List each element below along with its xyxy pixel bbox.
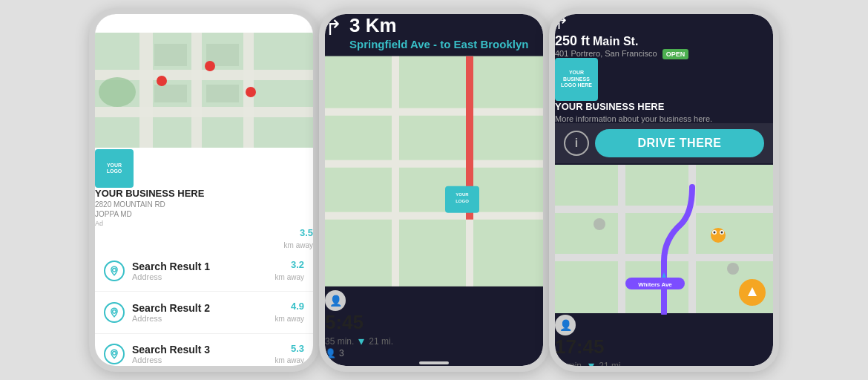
ad-distance: 3.5 km away	[95, 227, 313, 250]
svg-rect-30	[325, 219, 392, 286]
user-avatar: 👤	[325, 290, 346, 311]
ad-title: YOUR BUSINESS HERE	[95, 188, 313, 199]
nav-bottom-bar: 👤 5:45 35 min. ▾ 21 mi. 👤 3	[325, 290, 543, 358]
result-dist-3: 5.3 km away	[275, 343, 304, 366]
nav-time: 5:45	[325, 311, 543, 334]
location-icon-1	[104, 261, 125, 281]
drive-trip-info: 35 min. ▾ 21 mi.	[555, 358, 773, 366]
business-info: YOUR BUSINESS HERE More information abou…	[555, 101, 773, 123]
back-button[interactable]: ‹	[95, 14, 100, 30]
svg-point-60	[711, 228, 726, 243]
svg-rect-6	[154, 44, 187, 66]
svg-rect-9	[206, 85, 239, 102]
drive-there-button[interactable]: DRIVE THERE	[595, 129, 764, 157]
svg-rect-32	[473, 219, 543, 286]
svg-rect-8	[154, 85, 187, 102]
ad-address-line1: 2820 MOUNTAIN RD	[95, 200, 313, 209]
svg-rect-47	[555, 213, 618, 254]
svg-text:Whiters Ave: Whiters Ave	[638, 281, 672, 288]
search-results-header: ‹ Search results ✕	[95, 14, 313, 31]
result-dist-1: 3.2 km away	[275, 259, 304, 282]
result-item-2[interactable]: Search Result 2 Address 4.9 km away	[95, 292, 313, 333]
svg-rect-23	[473, 56, 543, 108]
result-addr-2: Address	[132, 314, 268, 323]
nav-distance: 3 Km	[349, 14, 528, 37]
top-distance: 250 ft	[555, 33, 590, 49]
result-name-1: Search Result 1	[132, 261, 268, 272]
svg-rect-34	[325, 160, 543, 167]
turn-arrow-icon: ↱	[325, 16, 342, 40]
business-title: YOUR BUSINESS HERE	[555, 101, 773, 112]
nav-street: Springfield Ave - to East Brooklyn	[349, 37, 528, 52]
location-button[interactable]	[739, 279, 766, 306]
svg-rect-55	[618, 165, 625, 313]
ad-card[interactable]: YOUR LOGO YOUR BUSINESS HERE 2820 MOUNTA…	[95, 149, 313, 250]
svg-text:YOUR: YOUR	[456, 191, 469, 196]
nav-header: ↱ 3 Km Springfield Ave - to East Brookly…	[325, 14, 543, 52]
svg-rect-36	[392, 56, 399, 286]
location-icon-3	[104, 344, 125, 364]
svg-rect-48	[625, 213, 688, 254]
drive-map: Whiters Ave	[555, 163, 773, 315]
svg-rect-45	[625, 165, 688, 206]
svg-point-17	[113, 268, 116, 272]
svg-point-10	[99, 77, 136, 107]
business-card: YOUR BUSINESS LOGO HERE YOUR BUSINESS HE…	[555, 58, 773, 123]
svg-rect-4	[95, 70, 313, 80]
top-navigation-bar: ↱ 250 ft Main St. 401 Portrero, San Fran…	[555, 14, 773, 58]
ad-address-line2: JOPPA MD	[95, 210, 313, 218]
top-address: 401 Portrero, San Francisco OPEN	[555, 49, 773, 58]
svg-rect-33	[325, 108, 543, 115]
drive-btn-row: i DRIVE THERE	[555, 123, 773, 163]
svg-rect-1	[139, 33, 153, 148]
svg-point-18	[113, 309, 116, 313]
svg-point-63	[714, 232, 716, 234]
drive-bottom-bar: 👤 17:45 35 min. ▾ 21 mi. 👤 3	[555, 315, 773, 366]
result-addr-1: Address	[132, 272, 268, 281]
ad-badge: Ad	[95, 220, 313, 227]
map-preview	[95, 31, 313, 149]
svg-rect-27	[325, 167, 392, 212]
header-title: Search results	[103, 16, 195, 30]
turn-arrow-icon: ↱	[555, 14, 568, 33]
svg-point-19	[113, 352, 116, 356]
ad-logo: YOUR LOGO	[95, 149, 134, 188]
ad-info: YOUR BUSINESS HERE 2820 MOUNTAIN RD JOPP…	[95, 188, 313, 227]
result-dist-2: 4.9 km away	[275, 301, 304, 324]
result-item-1[interactable]: Search Result 1 Address 3.2 km away	[95, 250, 313, 292]
business-logo: YOUR BUSINESS LOGO HERE	[555, 58, 598, 101]
close-button[interactable]: ✕	[199, 16, 210, 30]
svg-rect-2	[191, 33, 202, 148]
home-indicator-2	[419, 361, 449, 364]
result-addr-3: Address	[132, 356, 268, 364]
svg-rect-29	[473, 167, 543, 212]
svg-rect-53	[555, 206, 773, 213]
svg-rect-35	[325, 212, 543, 219]
result-item-3[interactable]: Search Result 3 Address 5.3 km away	[95, 334, 313, 366]
nav-map: YOUR LOGO	[325, 52, 543, 291]
phone-2: ↱ 3 Km Springfield Ave - to East Brookly…	[319, 8, 549, 372]
svg-rect-21	[325, 56, 392, 108]
user-count: 👤 3	[325, 348, 543, 358]
svg-rect-49	[696, 213, 773, 254]
svg-rect-22	[399, 56, 466, 108]
svg-rect-44	[555, 165, 618, 206]
top-street: Main St.	[593, 35, 638, 48]
phone-1: ‹ Search results ✕	[89, 8, 319, 372]
svg-rect-5	[95, 107, 313, 117]
result-info-2: Search Result 2 Address	[132, 302, 268, 323]
business-description: More information about your business her…	[555, 114, 773, 123]
svg-point-65	[594, 218, 605, 230]
svg-rect-24	[325, 115, 392, 160]
svg-rect-50	[555, 261, 618, 313]
phone-3: ↱ 250 ft Main St. 401 Portrero, San Fran…	[549, 8, 779, 372]
location-icon-2	[104, 302, 125, 323]
info-button[interactable]: i	[564, 131, 589, 156]
svg-rect-26	[473, 115, 543, 160]
phones-container: ‹ Search results ✕	[0, 0, 868, 380]
result-info-1: Search Result 1 Address	[132, 261, 268, 281]
trip-info: 35 min. ▾ 21 mi.	[325, 334, 543, 348]
drive-user-avatar: 👤	[555, 315, 576, 335]
svg-text:LOGO: LOGO	[456, 198, 469, 203]
result-info-3: Search Result 3 Address	[132, 344, 268, 364]
